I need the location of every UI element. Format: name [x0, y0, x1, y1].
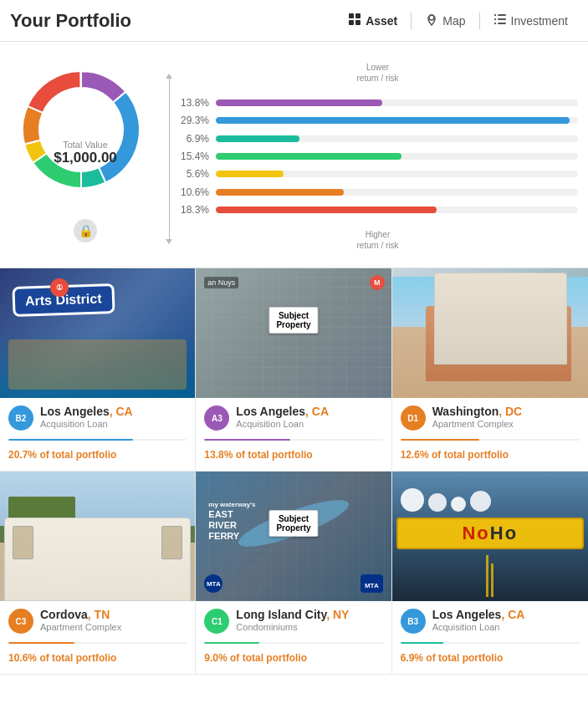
card-image: my waterway'sEASTRIVERFERRY Subject Prop… — [196, 472, 391, 601]
of-total-label: of total portfolio — [39, 449, 116, 461]
card-divider — [401, 439, 580, 441]
svg-rect-1 — [355, 13, 360, 18]
card-badge: C3 — [8, 609, 33, 634]
card-location: Los Angeles, CA — [40, 405, 187, 418]
card-divider-fill — [204, 642, 259, 644]
bar-row: 18.3% — [177, 204, 578, 216]
tab-asset-label: Asset — [366, 14, 397, 28]
arrow-down — [166, 239, 172, 244]
card-info: C1 Long Island City, NY Condominiums — [196, 601, 391, 637]
card-info: B3 Los Angeles, CA Acquisition Loan — [392, 601, 588, 637]
svg-rect-3 — [355, 20, 360, 25]
page-header: Your Portfolio Asset Map — [0, 0, 588, 42]
bar-track — [216, 117, 578, 124]
card-image — [392, 268, 588, 398]
card-pct: 9.0% of total portfolio — [196, 649, 391, 664]
card-location: Washington, DC — [432, 405, 580, 418]
donut-chart: Total Value $1,000.00 🔒 — [10, 59, 161, 251]
card-type: Acquisition Loan — [432, 622, 580, 632]
card-text: Cordova, TN Apartment Complex — [40, 608, 187, 632]
card-pct: 13.8% of total portfolio — [196, 446, 391, 461]
tab-divider-1 — [411, 13, 412, 29]
bar-row: 10.6% — [177, 186, 578, 198]
donut-center: Total Value $1,000.00 — [54, 140, 117, 166]
tab-divider-2 — [479, 13, 480, 29]
card-type: Acquisition Loan — [236, 419, 382, 429]
svg-rect-9 — [494, 18, 496, 20]
bar-row: 13.8% — [177, 97, 578, 109]
card-pct-value: 13.8% — [204, 449, 233, 461]
card-type: Apartment Complex — [432, 419, 580, 429]
lower-risk-label: Lowerreturn / risk — [177, 62, 578, 84]
card-location: Cordova, TN — [40, 608, 187, 621]
svg-rect-5 — [498, 14, 506, 16]
header-tabs: Asset Map Investment — [338, 8, 578, 33]
card-type: Apartment Complex — [40, 622, 187, 632]
bar-label: 18.3% — [177, 204, 209, 216]
card-card-5[interactable]: my waterway'sEASTRIVERFERRY Subject Prop… — [196, 472, 391, 675]
card-pct-value: 6.9% — [401, 652, 423, 664]
higher-risk-label: Higherreturn / risk — [177, 229, 578, 251]
total-value: $1,000.00 — [54, 150, 117, 166]
of-total-label: of total portfolio — [230, 652, 307, 664]
donut-svg — [10, 59, 152, 201]
bar-fill — [216, 207, 437, 213]
bar-fill — [216, 171, 284, 177]
card-info: A3 Los Angeles, CA Acquisition Loan — [196, 398, 391, 434]
svg-rect-0 — [349, 13, 354, 18]
tab-investment[interactable]: Investment — [483, 8, 578, 33]
card-badge: A3 — [204, 405, 229, 431]
card-info: B2 Los Angeles, CA Acquisition Loan — [0, 398, 195, 434]
summary-section: Total Value $1,000.00 🔒 Lowerreturn / ri… — [0, 42, 588, 268]
card-card-4[interactable]: C3 Cordova, TN Apartment Complex 10.6% o… — [0, 472, 196, 675]
card-card-6[interactable]: NoHo B3 Los Angeles, CA Acquisition Loan — [392, 472, 588, 675]
card-location: Long Island City, NY — [236, 608, 382, 621]
card-divider — [401, 642, 580, 644]
card-location: Los Angeles, CA — [432, 608, 580, 621]
card-divider-fill — [204, 439, 289, 441]
of-total-label: of total portfolio — [426, 652, 503, 664]
bar-track — [216, 171, 578, 177]
card-divider — [204, 439, 382, 441]
bar-track — [216, 135, 578, 142]
bar-label: 29.3% — [177, 115, 209, 126]
card-type: Condominiums — [236, 622, 382, 632]
card-card-3[interactable]: D1 Washington, DC Apartment Complex 12.6… — [392, 268, 588, 472]
tab-asset[interactable]: Asset — [338, 8, 407, 33]
card-image: an Nuys Subject Property M — [196, 268, 391, 398]
list-icon — [493, 13, 507, 28]
bar-row: 15.4% — [177, 150, 578, 162]
card-text: Washington, DC Apartment Complex — [432, 405, 580, 429]
svg-rect-7 — [498, 23, 506, 24]
card-image — [0, 472, 195, 601]
cards-grid: Arts District ① B2 Los Angeles, CA Acqui… — [0, 268, 588, 675]
page-title: Your Portfolio — [10, 10, 338, 32]
tab-map[interactable]: Map — [415, 8, 475, 33]
card-info: C3 Cordova, TN Apartment Complex — [0, 601, 195, 637]
card-card-2[interactable]: an Nuys Subject Property M A3 Los Angele… — [196, 268, 391, 472]
bar-fill — [216, 135, 299, 142]
map-pin-icon — [425, 13, 438, 28]
card-divider — [8, 642, 187, 644]
svg-rect-2 — [349, 20, 354, 25]
card-badge: B2 — [8, 405, 33, 431]
bar-fill — [216, 189, 344, 196]
card-location: Los Angeles, CA — [236, 405, 382, 418]
card-divider-fill — [8, 439, 133, 441]
card-type: Acquisition Loan — [40, 419, 187, 429]
card-card-1[interactable]: Arts District ① B2 Los Angeles, CA Acqui… — [0, 268, 196, 472]
card-pct: 20.7% of total portfolio — [0, 446, 195, 461]
of-total-label: of total portfolio — [236, 449, 313, 461]
grid-icon — [348, 13, 361, 28]
lock-icon: 🔒 — [79, 224, 93, 237]
svg-rect-6 — [498, 18, 506, 20]
card-image: NoHo — [392, 472, 588, 601]
tab-map-label: Map — [442, 14, 465, 28]
tab-investment-label: Investment — [511, 14, 568, 28]
card-info: D1 Washington, DC Apartment Complex — [392, 398, 588, 434]
bars-area: 13.8%29.3%6.9%15.4%5.6%10.6%18.3% — [177, 90, 578, 222]
card-text: Los Angeles, CA Acquisition Loan — [40, 405, 187, 429]
bar-track — [216, 153, 578, 160]
card-pct: 10.6% of total portfolio — [0, 649, 195, 664]
of-total-label: of total portfolio — [432, 449, 509, 461]
